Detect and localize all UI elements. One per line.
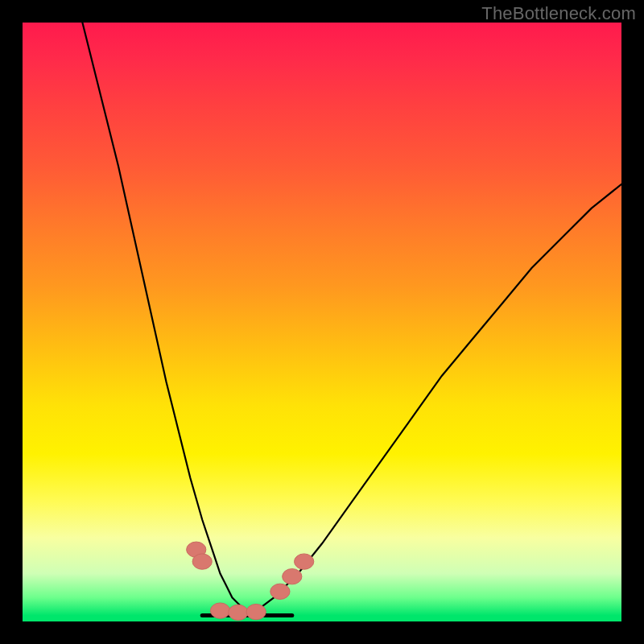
- plot-area: [23, 23, 621, 621]
- marker-right-cluster-1: [270, 584, 290, 599]
- marker-bottom-cap-2: [229, 605, 248, 620]
- curve-layer: [23, 23, 621, 621]
- marker-right-cluster-2: [283, 569, 302, 584]
- marker-bottom-cap-1: [210, 603, 229, 618]
- marker-bottom-cap-3: [246, 604, 266, 619]
- marker-left-cluster-lower: [192, 554, 212, 569]
- series-left-curve: [82, 23, 250, 616]
- series-right-curve: [250, 184, 621, 616]
- watermark-text: TheBottleneck.com: [481, 3, 636, 24]
- marker-right-cluster-3: [295, 554, 314, 569]
- chart-frame: TheBottleneck.com: [0, 0, 644, 644]
